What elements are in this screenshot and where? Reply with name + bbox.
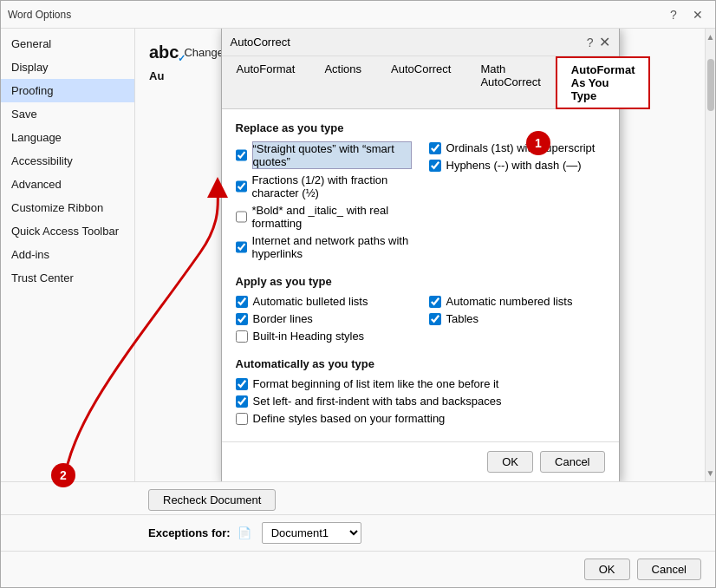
replace-checkbox-1[interactable] <box>236 180 247 193</box>
sidebar: General Display Proofing Save Language A… <box>1 29 135 481</box>
tab-actions[interactable]: Actions <box>309 56 376 109</box>
modal-cancel-button[interactable]: Cancel <box>540 451 604 473</box>
apply-section-label: Apply as you type <box>236 275 605 288</box>
apply-option-1[interactable]: Border lines <box>236 312 412 325</box>
sidebar-item-accessibility[interactable]: Accessibility <box>1 149 134 173</box>
exceptions-label: Exceptions for: <box>148 526 231 539</box>
modal-controls: ? ✕ <box>587 34 610 50</box>
apply-right-label-0: Automatic numbered lists <box>446 295 573 308</box>
apply-right-checkbox-1[interactable] <box>429 313 441 325</box>
replace-option-3[interactable]: Internet and network paths with hyperlin… <box>236 234 412 260</box>
auto-label-1: Set left- and first-indent with tabs and… <box>253 395 502 408</box>
replace-option-1[interactable]: Fractions (1/2) with fraction character … <box>236 173 412 199</box>
replace-option-2[interactable]: *Bold* and _italic_ with real formatting <box>236 204 412 230</box>
annotation-circle-1: 1 <box>526 131 550 155</box>
scrollbar[interactable]: ▲ ▼ <box>705 29 715 481</box>
apply-label-0: Automatic bulleted lists <box>253 295 368 308</box>
scroll-thumb[interactable] <box>707 59 714 111</box>
document-icon: 📄 <box>238 526 251 539</box>
replace-section-label: Replace as you type <box>236 121 605 134</box>
replace-right-checkbox-1[interactable] <box>429 160 441 172</box>
apply-right-col: Automatic numbered lists Tables <box>429 295 605 347</box>
auto-label-0: Format beginning of list item like the o… <box>253 377 499 390</box>
sidebar-item-quick-access[interactable]: Quick Access Toolbar <box>1 219 134 243</box>
apply-right-checkbox-0[interactable] <box>429 296 441 308</box>
apply-option-0[interactable]: Automatic bulleted lists <box>236 295 412 308</box>
main-footer: OK Cancel <box>1 551 715 587</box>
replace-option-0[interactable]: “Straight quotes” with “smart quotes” <box>236 141 412 169</box>
replace-options-area: “Straight quotes” with “smart quotes” Fr… <box>236 141 605 265</box>
tab-math-autocorrect[interactable]: Math AutoCorrect <box>465 56 555 109</box>
replace-right-option-0[interactable]: Ordinals (1st) with superscript <box>429 141 605 154</box>
apply-right-option-1[interactable]: Tables <box>429 312 605 325</box>
replace-label-3: Internet and network paths with hyperlin… <box>252 234 412 260</box>
apply-option-2[interactable]: Built-in Heading styles <box>236 330 412 343</box>
apply-checkbox-2[interactable] <box>236 330 248 343</box>
replace-right-label-0: Ordinals (1st) with superscript <box>446 141 596 154</box>
sidebar-item-display[interactable]: Display <box>1 56 134 79</box>
word-options-window: Word Options ? ✕ General Display Proofin… <box>0 0 716 588</box>
apply-checkbox-1[interactable] <box>236 313 248 325</box>
replace-checkbox-3[interactable] <box>236 241 247 253</box>
auto-option-0[interactable]: Format beginning of list item like the o… <box>236 377 605 390</box>
title-bar-controls: ? ✕ <box>663 4 708 25</box>
replace-checkbox-0[interactable] <box>236 149 247 161</box>
modal-tabs: AutoFormat Actions AutoCorrect Math Auto… <box>222 56 619 109</box>
close-button[interactable]: ✕ <box>687 4 708 25</box>
tab-autoformat-as-you-type[interactable]: AutoFormat As You Type <box>556 56 651 109</box>
replace-left-col: “Straight quotes” with “smart quotes” Fr… <box>236 141 412 265</box>
autocorrect-modal: AutoCorrect ? ✕ AutoFormat Actions AutoC… <box>221 29 620 481</box>
tab-autocorrect[interactable]: AutoCorrect <box>376 56 465 109</box>
modal-ok-button[interactable]: OK <box>487 451 533 473</box>
main-cancel-button[interactable]: Cancel <box>637 559 701 580</box>
modal-footer: OK Cancel <box>222 441 619 481</box>
auto-section-modal-label: Automatically as you type <box>236 357 605 370</box>
tab-autoformat[interactable]: AutoFormat <box>222 56 310 109</box>
recheck-document-button[interactable]: Recheck Document <box>148 489 276 511</box>
replace-checkbox-2[interactable] <box>236 211 247 223</box>
apply-left-col: Automatic bulleted lists Border lines Bu… <box>236 295 412 347</box>
exceptions-bar: Exceptions for: 📄 Document1 <box>1 514 715 551</box>
auto-checkbox-0[interactable] <box>236 378 248 390</box>
modal-body: Replace as you type “Straight quotes” wi… <box>222 109 619 441</box>
sidebar-item-proofing[interactable]: Proofing <box>1 79 134 102</box>
modal-title-bar: AutoCorrect ? ✕ <box>222 29 619 56</box>
window-title: Word Options <box>8 9 663 21</box>
replace-right-label-1: Hyphens (--) with dash (—) <box>446 159 582 172</box>
apply-options-area: Automatic bulleted lists Border lines Bu… <box>236 295 605 347</box>
modal-overlay: AutoCorrect ? ✕ AutoFormat Actions AutoC… <box>135 29 705 481</box>
bottom-area: Recheck Document Exceptions for: 📄 Docum… <box>1 481 715 587</box>
auto-option-1[interactable]: Set left- and first-indent with tabs and… <box>236 395 605 408</box>
auto-checkbox-1[interactable] <box>236 395 248 408</box>
help-button[interactable]: ? <box>663 4 684 25</box>
replace-right-col: Ordinals (1st) with superscript Hyphens … <box>429 141 605 265</box>
modal-help-button[interactable]: ? <box>587 36 594 49</box>
modal-close-button[interactable]: ✕ <box>599 34 610 50</box>
apply-label-1: Border lines <box>253 312 313 325</box>
sidebar-item-language[interactable]: Language <box>1 126 134 149</box>
sidebar-item-advanced[interactable]: Advanced <box>1 173 134 196</box>
replace-right-checkbox-0[interactable] <box>429 142 441 154</box>
content-area: abc Change how Word corrects and formats… <box>135 29 705 481</box>
title-bar: Word Options ? ✕ <box>1 1 715 29</box>
apply-checkbox-0[interactable] <box>236 296 248 308</box>
annotation-circle-2: 2 <box>51 463 75 487</box>
exceptions-dropdown[interactable]: Document1 <box>262 522 361 544</box>
sidebar-item-customize-ribbon[interactable]: Customize Ribbon <box>1 196 134 219</box>
main-ok-button[interactable]: OK <box>584 559 630 580</box>
replace-label-0: “Straight quotes” with “smart quotes” <box>252 141 412 169</box>
auto-option-2[interactable]: Define styles based on your formatting <box>236 412 605 425</box>
sidebar-item-save[interactable]: Save <box>1 102 134 126</box>
replace-right-option-1[interactable]: Hyphens (--) with dash (—) <box>429 159 605 172</box>
auto-label-2: Define styles based on your formatting <box>253 412 446 425</box>
replace-label-1: Fractions (1/2) with fraction character … <box>252 173 412 199</box>
replace-label-2: *Bold* and _italic_ with real formatting <box>252 204 412 230</box>
auto-checkbox-2[interactable] <box>236 413 248 425</box>
sidebar-item-general[interactable]: General <box>1 32 134 56</box>
sidebar-item-trust-center[interactable]: Trust Center <box>1 266 134 290</box>
sidebar-item-addins[interactable]: Add-ins <box>1 243 134 266</box>
recheck-area: Recheck Document <box>1 482 715 514</box>
modal-title: AutoCorrect <box>231 36 290 49</box>
apply-right-label-1: Tables <box>446 312 479 325</box>
apply-right-option-0[interactable]: Automatic numbered lists <box>429 295 605 308</box>
